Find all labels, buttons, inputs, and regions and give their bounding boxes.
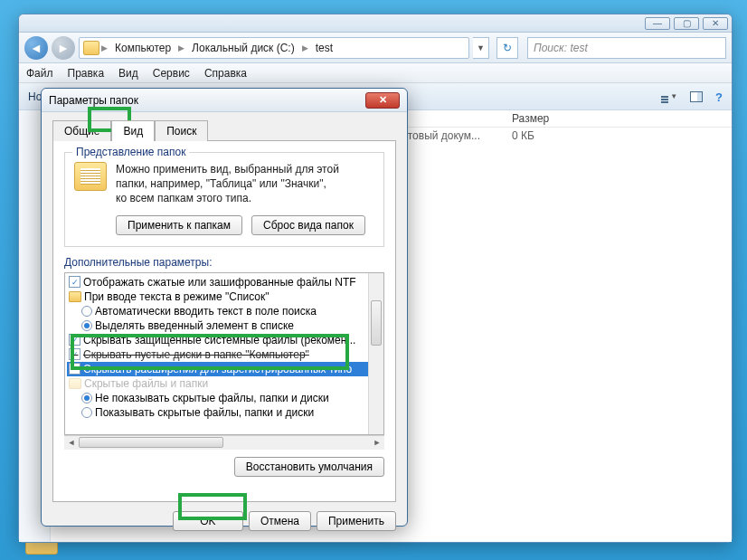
advanced-settings-label: Дополнительные параметры: bbox=[64, 256, 384, 269]
advanced-settings-tree[interactable]: Отображать сжатые или зашифрованные файл… bbox=[64, 272, 384, 435]
nav-bar: ◄ ► ▶ Компьютер ▶ Локальный диск (C:) ▶ … bbox=[19, 33, 732, 63]
dialog-title: Параметры папок bbox=[49, 94, 138, 107]
dialog-close-button[interactable]: ✕ bbox=[365, 92, 400, 109]
tab-general[interactable]: Общие bbox=[52, 120, 111, 141]
tree-item[interactable]: Скрывать пустые диски в папке "Компьютер… bbox=[67, 347, 382, 362]
vertical-scrollbar[interactable] bbox=[368, 273, 383, 434]
group-description: Можно применить вид, выбранный для этой … bbox=[116, 162, 339, 206]
menu-edit[interactable]: Правка bbox=[68, 67, 105, 80]
radio-icon[interactable] bbox=[81, 320, 92, 331]
folder-views-group: Представление папок Можно применить вид,… bbox=[64, 152, 384, 247]
minimize-button[interactable]: — bbox=[645, 17, 670, 30]
tree-item[interactable]: Отображать сжатые или зашифрованные файл… bbox=[67, 275, 382, 289]
tree-item[interactable]: Не показывать скрытые файлы, папки и дис… bbox=[67, 391, 382, 405]
tree-item[interactable]: Автоматически вводить текст в поле поиск… bbox=[67, 304, 382, 318]
checkbox-icon[interactable] bbox=[69, 276, 80, 288]
refresh-button[interactable]: ↻ bbox=[496, 37, 518, 59]
apply-button[interactable]: Применить bbox=[317, 511, 396, 531]
tree-item-hide-extensions[interactable]: Скрывать расширения для зарегистрированн… bbox=[67, 362, 382, 376]
folder-options-dialog: Параметры папок ✕ Общие Вид Поиск Предст… bbox=[41, 88, 408, 527]
tab-view[interactable]: Вид bbox=[111, 120, 155, 141]
tab-strip: Общие Вид Поиск bbox=[42, 112, 407, 140]
crumb-drive[interactable]: Локальный диск (C:) bbox=[186, 42, 300, 54]
crumb-folder[interactable]: test bbox=[310, 42, 338, 54]
tree-item[interactable]: Скрытые файлы и папки bbox=[67, 376, 382, 391]
col-size[interactable]: Размер bbox=[512, 112, 584, 125]
cell-size: 0 КБ bbox=[512, 129, 584, 142]
checkbox-icon[interactable] bbox=[69, 363, 80, 375]
checkbox-icon[interactable] bbox=[69, 348, 80, 360]
radio-icon[interactable] bbox=[81, 393, 92, 403]
close-button[interactable]: ✕ bbox=[703, 17, 728, 30]
back-button[interactable]: ◄ bbox=[24, 36, 48, 60]
tab-search[interactable]: Поиск bbox=[155, 120, 208, 141]
tree-item[interactable]: Скрывать защищенные системные файлы (рек… bbox=[67, 333, 382, 347]
help-icon[interactable]: ? bbox=[715, 90, 723, 103]
cancel-button[interactable]: Отмена bbox=[249, 511, 311, 531]
menu-view[interactable]: Вид bbox=[118, 67, 138, 80]
preview-pane-icon[interactable] bbox=[690, 91, 703, 102]
menu-file[interactable]: Файл bbox=[26, 67, 53, 80]
view-options-icon[interactable]: ▼ bbox=[661, 90, 677, 103]
apply-to-folders-button[interactable]: Применить к папкам bbox=[116, 215, 242, 235]
tree-item[interactable]: Показывать скрытые файлы, папки и диски bbox=[67, 405, 382, 420]
tree-item[interactable]: Выделять введенный элемент в списке bbox=[67, 318, 382, 333]
folder-icon bbox=[83, 41, 99, 55]
folder-view-icon bbox=[74, 162, 107, 191]
tab-body: Представление папок Можно применить вид,… bbox=[52, 140, 396, 502]
search-placeholder: Поиск: test bbox=[534, 42, 588, 54]
dialog-titlebar: Параметры папок ✕ bbox=[42, 89, 407, 112]
search-input[interactable]: Поиск: test bbox=[527, 37, 726, 59]
checkbox-icon[interactable] bbox=[69, 334, 80, 346]
menu-tools[interactable]: Сервис bbox=[153, 67, 190, 80]
menu-help[interactable]: Справка bbox=[204, 67, 247, 80]
group-title: Представление папок bbox=[72, 146, 189, 158]
restore-defaults-button[interactable]: Восстановить умолчания bbox=[234, 457, 384, 477]
maximize-button[interactable]: ▢ bbox=[674, 17, 699, 30]
folder-icon bbox=[69, 291, 81, 302]
radio-icon[interactable] bbox=[81, 407, 92, 418]
breadcrumb[interactable]: ▶ Компьютер ▶ Локальный диск (C:) ▶ test bbox=[79, 37, 469, 59]
tree-item[interactable]: При вводе текста в режиме "Список" bbox=[67, 289, 382, 304]
titlebar: — ▢ ✕ bbox=[19, 14, 732, 33]
menubar: Файл Правка Вид Сервис Справка bbox=[19, 63, 732, 83]
folder-icon bbox=[69, 378, 81, 389]
forward-button[interactable]: ► bbox=[52, 36, 75, 60]
ok-button[interactable]: OK bbox=[173, 511, 243, 531]
reset-folders-button[interactable]: Сброс вида папок bbox=[251, 215, 365, 235]
breadcrumb-dropdown[interactable]: ▼ bbox=[473, 37, 489, 59]
radio-icon[interactable] bbox=[81, 306, 92, 317]
crumb-computer[interactable]: Компьютер bbox=[109, 42, 176, 54]
horizontal-scrollbar[interactable]: ◄► bbox=[64, 435, 384, 450]
